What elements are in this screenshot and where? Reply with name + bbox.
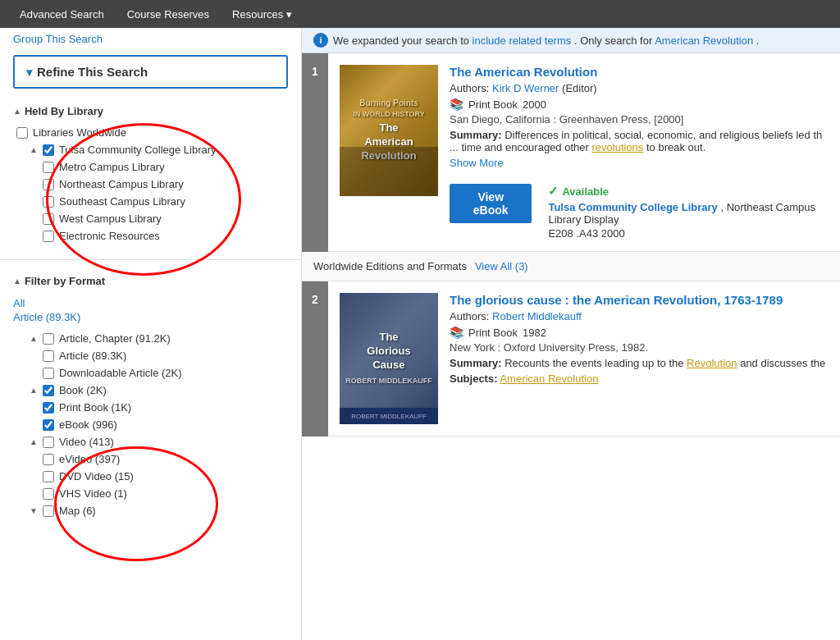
tcc-label[interactable]: Tulsa Community College Library xyxy=(59,144,217,156)
libraries-worldwide-label[interactable]: Libraries Worldwide xyxy=(33,126,126,139)
result-body-2: TheGloriousCause ROBERT MIDDLEKAUFF ROBE… xyxy=(340,293,829,424)
west-campus-item: West Campus Library xyxy=(13,210,288,227)
vhs-video-item: VHS Video (1) xyxy=(13,485,288,502)
downloadable-article-item: Downloadable Article (2K) xyxy=(13,364,288,382)
west-campus-checkbox[interactable] xyxy=(43,213,54,225)
author-link-1[interactable]: Kirk D Werner xyxy=(492,82,559,94)
tcc-checkbox[interactable] xyxy=(43,144,54,156)
book-checkbox[interactable] xyxy=(43,385,54,396)
refine-label: Refine This Search xyxy=(37,65,148,79)
author-link-2[interactable]: Robert Middlekauff xyxy=(492,310,582,322)
print-book-label: Print Book (1K) xyxy=(59,401,131,414)
dvd-video-label: DVD Video (15) xyxy=(59,470,134,482)
tcc-parent-item: ▲ Tulsa Community College Library xyxy=(13,141,288,158)
worldwide-label: Worldwide Editions and Formats xyxy=(313,260,467,272)
check-icon-1: ✓ xyxy=(548,184,559,199)
video-checkbox[interactable] xyxy=(43,437,54,448)
results-content: i We expanded your search to include rel… xyxy=(302,28,840,640)
evideo-checkbox[interactable] xyxy=(43,454,54,465)
electronic-resources-item: Electronic Resources xyxy=(13,227,288,245)
ebook-checkbox[interactable] xyxy=(43,419,54,431)
book-summary-1: Summary: Differences in political, socia… xyxy=(450,129,829,153)
view-ebook-button-1[interactable]: View eBook xyxy=(450,184,532,223)
subjects-link-2[interactable]: American Revolution xyxy=(500,373,598,385)
worldwide-view-all-link[interactable]: View All (3) xyxy=(475,260,528,272)
northeast-campus-label: Northeast Campus Library xyxy=(59,178,184,190)
ebook-item: eBook (996) xyxy=(13,416,288,433)
advanced-search-link[interactable]: Advanced Search xyxy=(8,2,116,27)
format-quick-links: All Article (89.3K) xyxy=(13,294,288,330)
video-label: Video (413) xyxy=(59,436,114,448)
metro-campus-checkbox[interactable] xyxy=(43,162,54,173)
article-item: Article (89.3K) xyxy=(13,347,288,364)
book-title-2[interactable]: The glorious cause : the American Revolu… xyxy=(450,293,829,307)
show-more-link-1[interactable]: Show More xyxy=(450,157,829,169)
book-title-1[interactable]: The American Revolution xyxy=(450,65,829,79)
book-cover-2: TheGloriousCause ROBERT MIDDLEKAUFF ROBE… xyxy=(340,293,438,424)
vhs-video-checkbox[interactable] xyxy=(43,488,54,500)
book-info-1: The American Revolution Authors: Kirk D … xyxy=(450,65,829,240)
book-info-2: The glorious cause : the American Revolu… xyxy=(450,293,829,424)
evideo-label: eVideo (397) xyxy=(59,453,120,465)
book-summary-2: Summary: Recounts the events leading up … xyxy=(450,357,829,369)
tcc-caret-icon: ▲ xyxy=(30,145,38,154)
book-cover-1: Burning PointsIN WORLD HISTORY TheAmeric… xyxy=(340,65,438,196)
book-item: ▲ Book (2K) xyxy=(13,382,288,399)
metro-campus-label: Metro Campus Library xyxy=(59,161,165,173)
summary-highlight-1: revolutions xyxy=(591,141,643,153)
info-message: We expanded your search to include relat… xyxy=(333,34,759,47)
refine-section: ▾ Refine This Search xyxy=(13,55,288,89)
book-meta-2: 📚 Print Book 1982 xyxy=(450,326,829,339)
include-related-link[interactable]: include related terms xyxy=(472,34,572,47)
article-chapter-caret: ▲ xyxy=(30,334,38,343)
article-chapter-label: Article, Chapter (91.2K) xyxy=(59,332,171,345)
book-meta-1: 📚 Print Book 2000 xyxy=(450,98,829,111)
info-icon: i xyxy=(313,33,328,48)
result-row-2: 2 TheGloriousCause ROBERT MIDDLEKAUFF RO… xyxy=(302,281,840,437)
ebook-label: eBook (996) xyxy=(59,418,117,431)
top-navigation: Advanced Search Course Reserves Resource… xyxy=(0,0,840,28)
availability-library-link-1[interactable]: Tulsa Community College Library xyxy=(548,201,717,213)
southeast-campus-checkbox[interactable] xyxy=(43,196,54,208)
book-format-icon-2: 📚 xyxy=(450,326,463,339)
downloadable-article-label: Downloadable Article (2K) xyxy=(59,367,182,379)
article-format-link[interactable]: Article (89.3K) xyxy=(13,311,288,323)
filter-format-heading: ▲ Filter by Format xyxy=(13,275,288,287)
map-item: ▼ Map (6) xyxy=(13,502,288,519)
worldwide-bar: Worldwide Editions and Formats View All … xyxy=(302,252,840,281)
summary-highlight-2: Revolution xyxy=(687,357,737,369)
resources-dropdown-icon: ▾ xyxy=(286,8,292,21)
result-row-1: 1 Burning PointsIN WORLD HISTORY TheAmer… xyxy=(302,53,840,252)
article-checkbox[interactable] xyxy=(43,350,54,362)
electronic-resources-label: Electronic Resources xyxy=(59,230,160,242)
print-book-item: Print Book (1K) xyxy=(13,399,288,416)
print-book-checkbox[interactable] xyxy=(43,402,54,414)
resources-link[interactable]: Resources ▾ xyxy=(221,2,304,27)
map-checkbox[interactable] xyxy=(43,505,54,517)
video-caret: ▲ xyxy=(30,437,38,446)
book-authors-1: Authors: Kirk D Werner (Editor) xyxy=(450,82,829,94)
evideo-item: eVideo (397) xyxy=(13,450,288,468)
info-bar: i We expanded your search to include rel… xyxy=(302,28,840,53)
subjects-line-2: Subjects: American Revolution xyxy=(450,373,829,385)
map-caret: ▼ xyxy=(30,506,38,515)
video-item: ▲ Video (413) xyxy=(13,433,288,450)
downloadable-article-checkbox[interactable] xyxy=(43,368,54,379)
electronic-resources-checkbox[interactable] xyxy=(43,231,54,242)
northeast-campus-checkbox[interactable] xyxy=(43,179,54,190)
dvd-video-checkbox[interactable] xyxy=(43,471,54,482)
result-number-2: 2 xyxy=(302,281,328,437)
libraries-worldwide-checkbox[interactable] xyxy=(16,127,28,139)
article-label: Article (89.3K) xyxy=(59,350,126,362)
result-item-2: TheGloriousCause ROBERT MIDDLEKAUFF ROBE… xyxy=(328,281,840,437)
group-search-link[interactable]: Group This Search xyxy=(0,28,301,48)
course-reserves-link[interactable]: Course Reserves xyxy=(116,2,221,27)
book-authors-2: Authors: Robert Middlekauff xyxy=(450,310,829,322)
sidebar: Group This Search ▾ Refine This Search ▲… xyxy=(0,28,302,640)
map-label: Map (6) xyxy=(59,505,96,517)
american-revolution-link[interactable]: American Revolution xyxy=(655,34,753,47)
refine-chevron-icon: ▾ xyxy=(26,66,32,79)
article-chapter-checkbox[interactable] xyxy=(43,333,54,345)
all-format-link[interactable]: All xyxy=(13,297,288,309)
refine-header[interactable]: ▾ Refine This Search xyxy=(15,57,286,87)
